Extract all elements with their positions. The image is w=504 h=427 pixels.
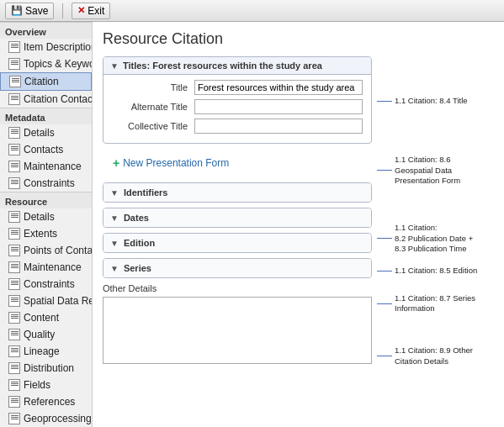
sidebar-item-item-description[interactable]: Item Description	[0, 39, 92, 55]
exit-icon: ✕	[77, 5, 85, 16]
presentation-annotation: 1.1 Citation: 8.6Geospatial DataPresenta…	[395, 155, 460, 186]
sidebar-item-metadata-details[interactable]: Details	[0, 124, 92, 141]
doc-icon	[8, 345, 20, 357]
alt-title-input[interactable]	[194, 99, 363, 114]
sidebar-item-geoprocessing[interactable]: Geoprocessing Histo...	[0, 410, 92, 427]
content-area: Resource Citation ▼ Titles: Forest resou…	[93, 22, 504, 427]
sidebar-item-metadata-contacts[interactable]: Contacts	[0, 141, 92, 158]
title-label: Title	[112, 82, 188, 92]
doc-icon	[8, 312, 20, 324]
doc-icon	[8, 177, 20, 189]
identifiers-header[interactable]: ▼ Identifiers	[103, 183, 371, 202]
edition-label: Edition	[124, 238, 155, 248]
doc-icon	[8, 161, 20, 172]
doc-icon	[8, 278, 20, 290]
doc-icon	[8, 58, 20, 70]
doc-icon	[8, 211, 20, 223]
series-header[interactable]: ▼ Series	[103, 259, 371, 277]
sidebar-item-resource-extents[interactable]: Extents	[0, 225, 92, 242]
doc-icon	[8, 396, 20, 408]
series-annotation: 1.1 Citation: 8.7 SeriesInformation	[395, 293, 475, 314]
save-button[interactable]: 💾 Save	[5, 3, 54, 19]
doc-icon	[8, 362, 20, 374]
content-scroll: Resource Citation ▼ Titles: Forest resou…	[93, 22, 504, 427]
coll-title-label: Collective Title	[112, 121, 188, 131]
chevron-down-icon: ▼	[110, 188, 119, 198]
doc-icon	[9, 76, 21, 87]
titles-section-body: Title Alternate Title Collective Title	[103, 75, 371, 143]
other-annotation: 1.1 Citation: 8.9 OtherCitation Details	[395, 345, 473, 366]
alt-title-label: Alternate Title	[112, 102, 188, 112]
sidebar-item-points-of-contact[interactable]: Points of Contact	[0, 242, 92, 259]
metadata-header: Metadata	[0, 108, 92, 124]
toolbar-separator	[62, 3, 63, 18]
sidebar-item-resource-constraints[interactable]: Constraints	[0, 276, 92, 293]
dates-annotation: 1.1 Citation:8.2 Publication Date +8.3 P…	[395, 223, 473, 254]
doc-icon	[8, 413, 20, 424]
sidebar-item-resource-details[interactable]: Details	[0, 208, 92, 225]
chevron-down-icon: ▼	[110, 264, 119, 273]
doc-icon	[8, 144, 20, 156]
title-input[interactable]	[194, 80, 363, 95]
sidebar-item-distribution[interactable]: Distribution	[0, 360, 92, 377]
coll-title-row: Collective Title	[112, 119, 363, 134]
dates-section: ▼ Dates	[103, 208, 372, 228]
sidebar-item-references[interactable]: References	[0, 393, 92, 410]
dates-label: Dates	[124, 213, 149, 223]
other-details-textarea[interactable]	[103, 297, 372, 364]
sidebar-item-resource-maintenance[interactable]: Maintenance	[0, 259, 92, 276]
overview-header: Overview	[0, 22, 92, 39]
doc-icon	[8, 245, 20, 256]
toolbar: 💾 Save ✕ Exit	[0, 0, 504, 22]
sidebar-item-topics-keywords[interactable]: Topics & Keywords	[0, 55, 92, 72]
doc-icon	[8, 127, 20, 139]
sidebar-item-spatial-data[interactable]: Spatial Data Repres...	[0, 293, 92, 309]
new-presentation-button[interactable]: + New Presentation Form	[106, 154, 369, 172]
identifiers-label: Identifiers	[124, 187, 168, 198]
doc-icon	[8, 295, 20, 307]
sidebar-item-citation[interactable]: Citation	[0, 72, 92, 91]
sidebar-item-metadata-constraints[interactable]: Constraints	[0, 175, 92, 192]
other-details-section: Other Details	[103, 283, 372, 366]
sidebar-item-content[interactable]: Content	[0, 309, 92, 326]
dates-header[interactable]: ▼ Dates	[103, 208, 371, 227]
sidebar-item-fields[interactable]: Fields	[0, 377, 92, 393]
sidebar-item-citation-contacts[interactable]: Citation Contacts	[0, 91, 92, 108]
sidebar-item-quality[interactable]: Quality	[0, 326, 92, 343]
sidebar-item-lineage[interactable]: Lineage	[0, 343, 92, 360]
main-layout: Overview Item Description Topics & Keywo…	[0, 22, 504, 427]
plus-icon: +	[113, 156, 119, 170]
series-label: Series	[124, 263, 151, 273]
doc-icon	[8, 93, 20, 105]
identifiers-section: ▼ Identifiers	[103, 182, 372, 203]
resource-header: Resource	[0, 192, 92, 208]
alt-title-row: Alternate Title	[112, 99, 363, 114]
doc-icon	[8, 41, 20, 53]
titles-section: ▼ Titles: Forest resources within the st…	[103, 56, 372, 144]
sidebar-item-metadata-maintenance[interactable]: Maintenance	[0, 158, 92, 175]
title-annotation: 1.1 Citation: 8.4 Title	[395, 96, 468, 106]
doc-icon	[8, 329, 20, 340]
coll-title-input[interactable]	[194, 119, 363, 134]
page-title: Resource Citation	[103, 30, 372, 48]
other-details-label: Other Details	[103, 283, 372, 293]
doc-icon	[8, 261, 20, 273]
titles-section-header[interactable]: ▼ Titles: Forest resources within the st…	[103, 57, 371, 75]
exit-button[interactable]: ✕ Exit	[72, 3, 110, 19]
title-row: Title	[112, 80, 363, 95]
save-icon: 💾	[11, 5, 23, 16]
new-presentation-label: New Presentation Form	[123, 157, 229, 169]
edition-header[interactable]: ▼ Edition	[103, 234, 371, 252]
edition-section: ▼ Edition	[103, 233, 372, 253]
doc-icon	[8, 228, 20, 240]
sidebar: Overview Item Description Topics & Keywo…	[0, 22, 93, 427]
series-section: ▼ Series	[103, 258, 372, 278]
chevron-down-icon: ▼	[110, 239, 119, 248]
chevron-down-icon: ▼	[110, 214, 119, 223]
chevron-down-icon: ▼	[110, 61, 119, 71]
doc-icon	[8, 379, 20, 391]
titles-section-label: Titles: Forest resources within the stud…	[123, 61, 322, 71]
edition-annotation: 1.1 Citation: 8.5 Edition	[395, 266, 477, 276]
